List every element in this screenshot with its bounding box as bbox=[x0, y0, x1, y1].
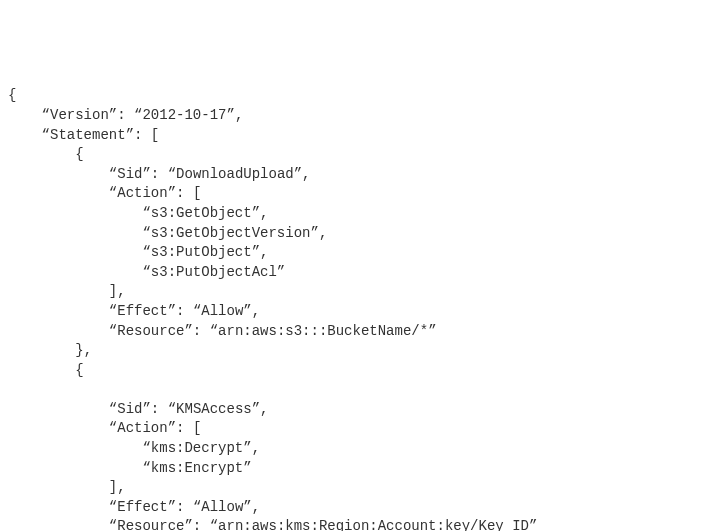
quote: “ bbox=[142, 244, 150, 260]
sid-value: KMSAccess bbox=[176, 401, 252, 417]
action-item: kms:Decrypt bbox=[151, 440, 243, 456]
colon: : bbox=[193, 323, 201, 339]
quote: ” bbox=[252, 205, 260, 221]
quote: ” bbox=[168, 420, 176, 436]
resource-value: arn:aws:kms:Region:Account:key/Key ID bbox=[218, 518, 529, 531]
comma: , bbox=[260, 244, 268, 260]
quote: “ bbox=[42, 107, 50, 123]
quote: “ bbox=[168, 166, 176, 182]
action-key: Action bbox=[117, 420, 167, 436]
sid-key: Sid bbox=[117, 166, 142, 182]
quote: “ bbox=[168, 401, 176, 417]
iam-policy-json: { “Version”: “2012-10-17”, “Statement”: … bbox=[8, 86, 694, 531]
statement-key: Statement bbox=[50, 127, 126, 143]
quote: ” bbox=[243, 499, 251, 515]
quote: “ bbox=[142, 225, 150, 241]
comma: , bbox=[84, 342, 92, 358]
colon: : bbox=[176, 185, 184, 201]
action-item: s3:GetObject bbox=[151, 205, 252, 221]
colon: : bbox=[176, 303, 184, 319]
comma: , bbox=[260, 401, 268, 417]
quote: ” bbox=[252, 244, 260, 260]
brace-open: { bbox=[75, 146, 83, 162]
bracket-close: ] bbox=[109, 479, 117, 495]
quote: “ bbox=[42, 127, 50, 143]
quote: ” bbox=[142, 401, 150, 417]
resource-value: arn:aws:s3:::BucketName/* bbox=[218, 323, 428, 339]
quote: ” bbox=[310, 225, 318, 241]
colon: : bbox=[193, 518, 201, 531]
quote: ” bbox=[252, 401, 260, 417]
quote: ” bbox=[184, 323, 192, 339]
quote: ” bbox=[277, 264, 285, 280]
quote: ” bbox=[109, 107, 117, 123]
quote: “ bbox=[210, 518, 218, 531]
colon: : bbox=[151, 166, 159, 182]
quote: “ bbox=[109, 401, 117, 417]
comma: , bbox=[252, 440, 260, 456]
action-item: s3:PutObject bbox=[151, 244, 252, 260]
comma: , bbox=[117, 283, 125, 299]
quote: ” bbox=[184, 518, 192, 531]
quote: ” bbox=[243, 460, 251, 476]
quote: ” bbox=[294, 166, 302, 182]
effect-key: Effect bbox=[117, 303, 167, 319]
sid-key: Sid bbox=[117, 401, 142, 417]
quote: “ bbox=[142, 440, 150, 456]
comma: , bbox=[252, 303, 260, 319]
brace-close: } bbox=[75, 342, 83, 358]
quote: “ bbox=[109, 420, 117, 436]
effect-key: Effect bbox=[117, 499, 167, 515]
quote: “ bbox=[109, 499, 117, 515]
quote: ” bbox=[226, 107, 234, 123]
resource-key: Resource bbox=[117, 518, 184, 531]
quote: “ bbox=[142, 205, 150, 221]
quote: ” bbox=[142, 166, 150, 182]
action-key: Action bbox=[117, 185, 167, 201]
quote: “ bbox=[109, 518, 117, 531]
action-item: s3:GetObjectVersion bbox=[151, 225, 311, 241]
version-key: Version bbox=[50, 107, 109, 123]
resource-key: Resource bbox=[117, 323, 184, 339]
comma: , bbox=[235, 107, 243, 123]
bracket-open: [ bbox=[151, 127, 159, 143]
colon: : bbox=[176, 499, 184, 515]
quote: ” bbox=[243, 440, 251, 456]
quote: “ bbox=[109, 166, 117, 182]
comma: , bbox=[252, 499, 260, 515]
quote: ” bbox=[168, 499, 176, 515]
colon: : bbox=[176, 420, 184, 436]
action-item: kms:Encrypt bbox=[151, 460, 243, 476]
sid-value: DownloadUpload bbox=[176, 166, 294, 182]
quote: ” bbox=[428, 323, 436, 339]
quote: “ bbox=[142, 264, 150, 280]
effect-value: Allow bbox=[201, 499, 243, 515]
bracket-close: ] bbox=[109, 283, 117, 299]
brace-open: { bbox=[75, 362, 83, 378]
comma: , bbox=[302, 166, 310, 182]
comma: , bbox=[117, 479, 125, 495]
brace-open: { bbox=[8, 87, 16, 103]
quote: “ bbox=[109, 303, 117, 319]
colon: : bbox=[151, 401, 159, 417]
bracket-open: [ bbox=[193, 185, 201, 201]
colon: : bbox=[134, 127, 142, 143]
quote: ” bbox=[168, 185, 176, 201]
bracket-open: [ bbox=[193, 420, 201, 436]
comma: , bbox=[319, 225, 327, 241]
quote: ” bbox=[126, 127, 134, 143]
quote: “ bbox=[210, 323, 218, 339]
quote: “ bbox=[142, 460, 150, 476]
quote: ” bbox=[243, 303, 251, 319]
quote: “ bbox=[109, 185, 117, 201]
action-item: s3:PutObjectAcl bbox=[151, 264, 277, 280]
quote: “ bbox=[109, 323, 117, 339]
quote: ” bbox=[168, 303, 176, 319]
effect-value: Allow bbox=[201, 303, 243, 319]
colon: : bbox=[117, 107, 125, 123]
quote: ” bbox=[529, 518, 537, 531]
comma: , bbox=[260, 205, 268, 221]
version-value: 2012-10-17 bbox=[142, 107, 226, 123]
